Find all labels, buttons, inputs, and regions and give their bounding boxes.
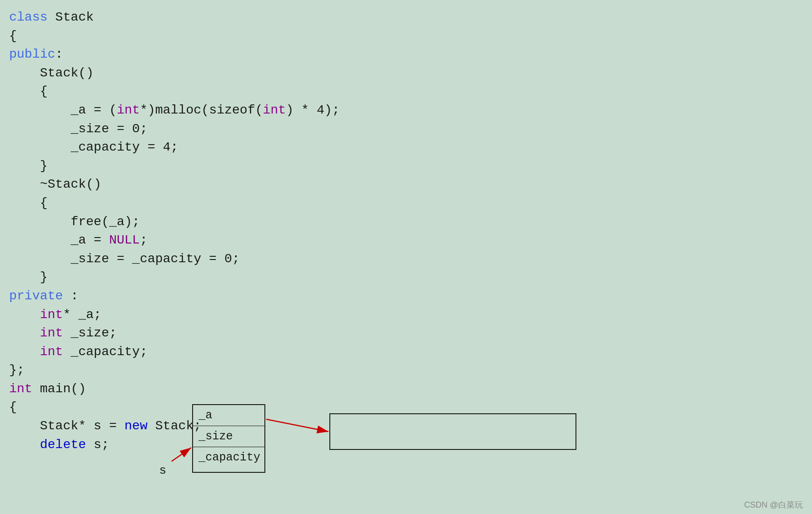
field-a: _a (193, 405, 264, 426)
code-line-l18: int _size; (9, 324, 803, 343)
code-line-l1: class Stack (9, 8, 803, 27)
stack-pointer-label: s (159, 464, 167, 477)
code-line-l16: private : (9, 287, 803, 306)
field-capacity: _capacity (193, 447, 264, 468)
diagram: _a _size _capacity s (137, 395, 640, 487)
svg-line-2 (172, 448, 191, 461)
watermark: CSDN @白菜玩 (744, 499, 803, 510)
code-line-l6: _a = (int*)malloc(sizeof(int) * 4); (9, 101, 803, 120)
field-size: _size (193, 426, 264, 447)
code-line-l19: int _capacity; (9, 343, 803, 362)
code-line-l5: { (9, 82, 803, 101)
stack-object-box: _a _size _capacity (192, 404, 265, 473)
heap-box (329, 413, 576, 450)
code-line-l15: } (9, 268, 803, 287)
code-line-l10: ~Stack() (9, 175, 803, 194)
svg-line-1 (266, 419, 328, 432)
code-line-l8: _capacity = 4; (9, 138, 803, 157)
code-line-l17: int* _a; (9, 306, 803, 325)
code-line-l9: } (9, 157, 803, 176)
code-line-l14: _size = _capacity = 0; (9, 250, 803, 269)
code-line-l7: _size = 0; (9, 120, 803, 139)
code-area: class Stack{public: Stack() { _a = (int*… (0, 0, 812, 462)
code-line-l12: free(_a); (9, 213, 803, 232)
code-line-l3: public: (9, 45, 803, 64)
code-line-l11: { (9, 194, 803, 213)
code-line-l4: Stack() (9, 64, 803, 83)
code-line-l13: _a = NULL; (9, 231, 803, 250)
code-line-l2: { (9, 27, 803, 46)
code-line-l20: }; (9, 361, 803, 380)
